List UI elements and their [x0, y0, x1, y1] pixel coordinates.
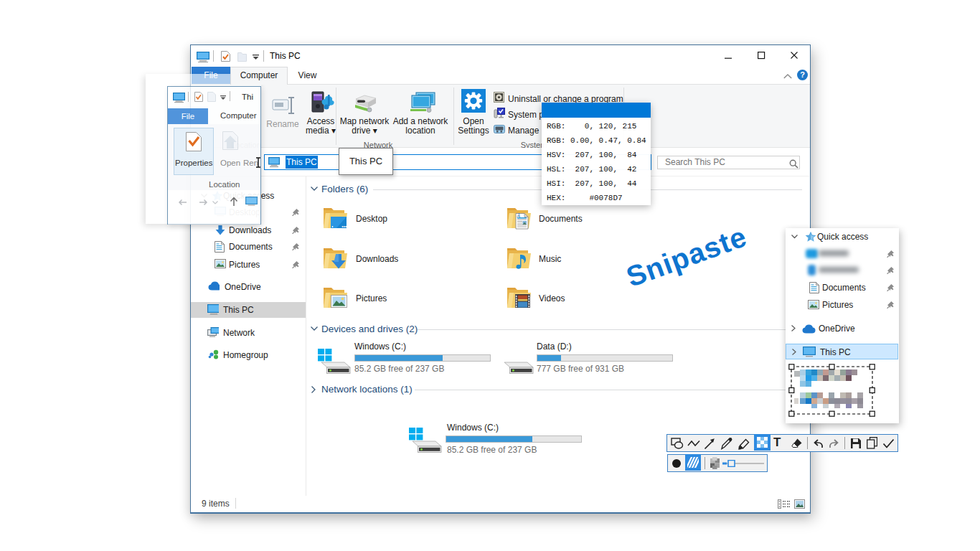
svg-text:A: A	[517, 212, 521, 219]
